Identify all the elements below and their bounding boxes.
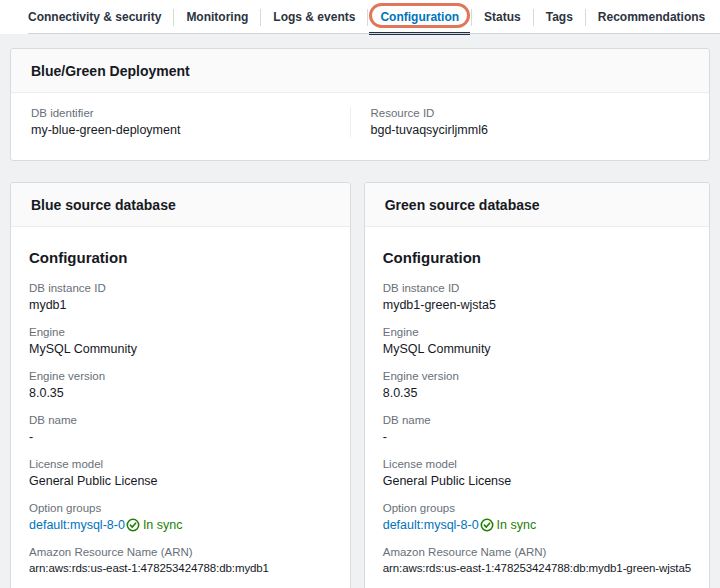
green-license-model-field: License model General Public License <box>383 458 691 488</box>
field-label: License model <box>383 458 691 470</box>
database-columns: Blue source database Configuration DB in… <box>10 182 710 588</box>
green-card-body: Configuration DB instance ID mydb1-green… <box>365 227 709 588</box>
field-value: General Public License <box>29 474 332 488</box>
db-identifier-field: DB identifier my-blue-green-deployment <box>31 107 351 137</box>
db-identifier-value: my-blue-green-deployment <box>31 123 350 137</box>
green-engine-version-field: Engine version 8.0.35 <box>383 370 691 400</box>
field-label: Engine <box>29 326 332 338</box>
blue-engine-field: Engine MySQL Community <box>29 326 332 356</box>
field-value: - <box>383 430 691 444</box>
field-value: mydb1-green-wjsta5 <box>383 298 691 312</box>
tab-monitoring[interactable]: Monitoring <box>174 0 260 34</box>
resource-id-value: bgd-tuvaqsycirljmml6 <box>371 123 690 137</box>
tab-label: Tags <box>546 10 573 24</box>
blue-license-model-field: License model General Public License <box>29 458 332 488</box>
field-value: 8.0.35 <box>29 386 332 400</box>
tab-label: Configuration <box>380 10 459 24</box>
in-sync-status: In sync <box>143 518 183 532</box>
in-sync-check-icon <box>480 518 494 532</box>
field-label: Option groups <box>29 502 332 514</box>
resource-id-field: Resource ID bgd-tuvaqsycirljmml6 <box>351 107 690 137</box>
field-label: Amazon Resource Name (ARN) <box>383 546 691 558</box>
field-label: Engine version <box>383 370 691 382</box>
field-label: DB name <box>29 414 332 426</box>
field-label: Amazon Resource Name (ARN) <box>29 546 332 558</box>
field-value: mydb1 <box>29 298 332 312</box>
detail-tabs: Connectivity & security Monitoring Logs … <box>0 0 720 34</box>
green-engine-field: Engine MySQL Community <box>383 326 691 356</box>
field-value: 8.0.35 <box>383 386 691 400</box>
tab-recommendations[interactable]: Recommendations <box>586 0 717 34</box>
tab-label: Status <box>484 10 521 24</box>
green-db-name-field: DB name - <box>383 414 691 444</box>
tab-tags[interactable]: Tags <box>534 0 585 34</box>
blue-engine-version-field: Engine version 8.0.35 <box>29 370 332 400</box>
deployment-card-title: Blue/Green Deployment <box>11 49 709 93</box>
blue-card-body: Configuration DB instance ID mydb1 Engin… <box>11 227 350 588</box>
green-card-title: Green source database <box>365 183 709 227</box>
in-sync-status: In sync <box>497 518 537 532</box>
field-label: DB instance ID <box>383 282 691 294</box>
field-label: Engine <box>383 326 691 338</box>
field-value: - <box>29 430 332 444</box>
tab-label: Logs & events <box>273 10 355 24</box>
deployment-card-body: DB identifier my-blue-green-deployment R… <box>11 93 709 153</box>
tab-status[interactable]: Status <box>472 0 533 34</box>
resource-id-label: Resource ID <box>371 107 690 119</box>
field-value: MySQL Community <box>383 342 691 356</box>
blue-db-name-field: DB name - <box>29 414 332 444</box>
in-sync-check-icon <box>126 518 140 532</box>
field-label: DB name <box>383 414 691 426</box>
field-value: arn:aws:rds:us-east-1:478253424788:db:my… <box>383 562 691 574</box>
green-db-instance-id-field: DB instance ID mydb1-green-wjsta5 <box>383 282 691 312</box>
green-arn-field: Amazon Resource Name (ARN) arn:aws:rds:u… <box>383 546 691 574</box>
blue-db-instance-id-field: DB instance ID mydb1 <box>29 282 332 312</box>
field-label: Option groups <box>383 502 691 514</box>
tab-connectivity-security[interactable]: Connectivity & security <box>16 0 173 34</box>
blue-arn-field: Amazon Resource Name (ARN) arn:aws:rds:u… <box>29 546 332 574</box>
field-value: General Public License <box>383 474 691 488</box>
field-value: MySQL Community <box>29 342 332 356</box>
tab-logs-events[interactable]: Logs & events <box>261 0 367 34</box>
field-label: DB instance ID <box>29 282 332 294</box>
tab-configuration[interactable]: Configuration <box>368 0 471 34</box>
field-label: Engine version <box>29 370 332 382</box>
field-label: License model <box>29 458 332 470</box>
db-identifier-label: DB identifier <box>31 107 350 119</box>
tabbar-divider <box>28 33 720 34</box>
blue-option-groups-field: Option groups default:mysql-8-0 In sync <box>29 502 332 532</box>
blue-green-deployment-card: Blue/Green Deployment DB identifier my-b… <box>10 48 710 161</box>
green-configuration-heading: Configuration <box>383 249 691 266</box>
field-value: arn:aws:rds:us-east-1:478253424788:db:my… <box>29 562 332 574</box>
blue-card-title: Blue source database <box>11 183 350 227</box>
tab-label: Recommendations <box>598 10 705 24</box>
blue-source-database-card: Blue source database Configuration DB in… <box>10 182 351 588</box>
tab-label: Monitoring <box>186 10 248 24</box>
green-option-groups-field: Option groups default:mysql-8-0 In sync <box>383 502 691 532</box>
tab-label: Connectivity & security <box>28 10 161 24</box>
blue-option-group-link[interactable]: default:mysql-8-0 <box>29 518 125 532</box>
green-source-database-card: Green source database Configuration DB i… <box>364 182 710 588</box>
blue-configuration-heading: Configuration <box>29 249 332 266</box>
green-option-group-link[interactable]: default:mysql-8-0 <box>383 518 479 532</box>
